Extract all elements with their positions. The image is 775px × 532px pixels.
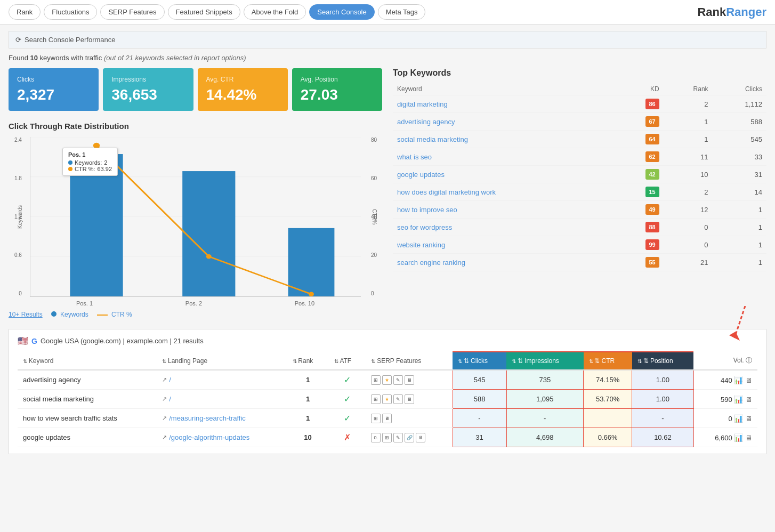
kw-link[interactable]: what is seo [397, 153, 432, 161]
th-impressions[interactable]: ⇅ Impressions [506, 352, 583, 370]
kw-link[interactable]: digital marketing [397, 100, 448, 108]
td-vol: 590 📊 🖥 [693, 390, 757, 409]
kw-kd: 62 [617, 148, 664, 166]
legend-keywords: Keywords [60, 311, 88, 318]
table-row: google updates ↗ /google-algorithm-updat… [18, 428, 757, 447]
nav-serp-features[interactable]: SERP Features [100, 4, 164, 20]
td-serp-features: 0.⊞✎🔗🖥 [366, 428, 453, 447]
monitor-icon: 🖥 [405, 375, 414, 385]
kw-link[interactable]: seo for wordpress [397, 223, 452, 231]
td-rank: 10 [287, 428, 329, 447]
impressions-card: Impressions 36,653 [103, 68, 193, 111]
nav-meta-tags[interactable]: Meta Tags [378, 4, 426, 20]
dashed-arrow-indicator [724, 306, 756, 350]
kw-name: social media marketing [393, 131, 617, 148]
kw-clicks: 33 [713, 148, 766, 166]
svg-rect-6 [182, 171, 235, 296]
more-results[interactable]: 10+ Results [9, 311, 43, 318]
region-info: 🇺🇸 G Google USA (google.com) | example.c… [18, 336, 757, 346]
td-ctr: 74.15% [584, 370, 632, 390]
kw-name: digital marketing [393, 95, 617, 113]
vol-value: 0 [729, 415, 732, 423]
kw-clicks: 1,112 [713, 95, 766, 113]
cross-icon: ✗ [344, 433, 351, 442]
nav-above-fold[interactable]: Above the Fold [244, 4, 306, 20]
kw-link[interactable]: website ranking [397, 241, 445, 249]
kw-link[interactable]: social media marketing [397, 135, 468, 143]
th-position[interactable]: ⇅ Position [632, 352, 693, 370]
kw-name: google updates [393, 166, 617, 183]
td-rank: 1 [287, 390, 329, 409]
vol-chart-icon[interactable]: 📊 [734, 376, 743, 384]
clicks-card: Clicks 2,327 [9, 68, 99, 111]
th-keyword[interactable]: Keyword [18, 352, 157, 370]
td-keyword: advertising agency [18, 370, 157, 390]
star-icon: ★ [382, 375, 392, 385]
th-serp-features[interactable]: SERP Features [366, 352, 453, 370]
edit-icon: ✎ [393, 433, 403, 442]
device-icon[interactable]: 🖥 [745, 415, 752, 423]
kw-kd: 88 [617, 219, 664, 236]
th-rank[interactable]: Rank [287, 352, 329, 370]
kw-clicks: 1 [713, 236, 766, 254]
td-ctr [584, 409, 632, 428]
kw-link[interactable]: google updates [397, 171, 445, 179]
kd-badge: 55 [645, 257, 659, 268]
td-atf: ✓ [329, 409, 366, 428]
vol-chart-icon[interactable]: 📊 [734, 414, 743, 423]
td-impressions: 735 [506, 370, 583, 390]
landing-page-text: /measuring-search-traffic [169, 414, 246, 422]
kw-name: website ranking [393, 236, 617, 254]
td-serp-features: ⊞★✎🖥 [366, 390, 453, 409]
th-clicks[interactable]: ⇅ Clicks [453, 352, 506, 370]
td-landing-page: ↗ / [157, 390, 287, 409]
vol-value: 590 [721, 396, 732, 404]
td-clicks: 588 [453, 390, 506, 409]
device-icon[interactable]: 🖥 [745, 376, 752, 384]
td-atf: ✓ [329, 370, 366, 390]
device-icon[interactable]: 🖥 [745, 434, 752, 442]
impressions-label: Impressions [111, 76, 184, 83]
landing-page-text: / [169, 376, 171, 384]
legend-ctr: CTR % [111, 311, 132, 318]
found-prefix: Found [9, 54, 30, 62]
edit-icon: ✎ [393, 394, 403, 404]
kw-link[interactable]: how does digital marketing work [397, 188, 496, 196]
data-table: Keyword Landing Page Rank ATF SERP Featu… [18, 351, 757, 447]
table-row: social media marketing ↗ / 1 ✓ ⊞★✎🖥 588 … [18, 390, 757, 409]
brand-logo: RankRanger [697, 5, 766, 19]
th-vol[interactable]: Vol. ⓘ [693, 352, 757, 370]
th-landing-page[interactable]: Landing Page [157, 352, 287, 370]
serp-features-cell: ⊞🖥 [371, 414, 447, 423]
bottom-section: 🇺🇸 G Google USA (google.com) | example.c… [9, 329, 766, 454]
nav-search-console[interactable]: Search Console [309, 4, 375, 20]
top-kw-row: how to improve seo 49 12 1 [393, 201, 766, 219]
kw-kd: 67 [617, 113, 664, 131]
kw-link[interactable]: advertising agency [397, 118, 455, 126]
top-kw-row: advertising agency 67 1 588 [393, 113, 766, 131]
th-atf[interactable]: ATF [329, 352, 366, 370]
vol-chart-icon[interactable]: 📊 [734, 433, 743, 442]
special-icon: 0. [371, 433, 381, 442]
td-ctr: 53.70% [584, 390, 632, 409]
brand-ranger: Ranger [726, 5, 766, 19]
vol-chart-icon[interactable]: 📊 [734, 395, 743, 404]
nav-fluctuations[interactable]: Fluctuations [44, 4, 97, 20]
nav-rank[interactable]: Rank [9, 4, 41, 20]
vol-value: 440 [721, 376, 732, 384]
kw-kd: 15 [617, 183, 664, 201]
kw-kd: 49 [617, 201, 664, 219]
kw-name: advertising agency [393, 113, 617, 131]
chart-wrapper: Keywords CTR% 2.4 1.8 1.2 0.6 0 80 60 [9, 137, 382, 297]
device-icon[interactable]: 🖥 [745, 396, 752, 404]
external-link-icon: ↗ [162, 396, 167, 402]
top-kw-row: digital marketing 86 2 1,112 [393, 95, 766, 113]
kw-link[interactable]: how to improve seo [397, 206, 457, 214]
td-rank: 1 [287, 409, 329, 428]
th-ctr[interactable]: ⇅ CTR [584, 352, 632, 370]
kw-link[interactable]: search engine ranking [397, 259, 465, 267]
y-axis-left: 2.4 1.8 1.2 0.6 0 [14, 137, 22, 296]
td-position: 10.62 [632, 428, 693, 447]
top-kw-row: google updates 42 10 31 [393, 166, 766, 183]
nav-featured-snippets[interactable]: Featured Snippets [168, 4, 240, 20]
